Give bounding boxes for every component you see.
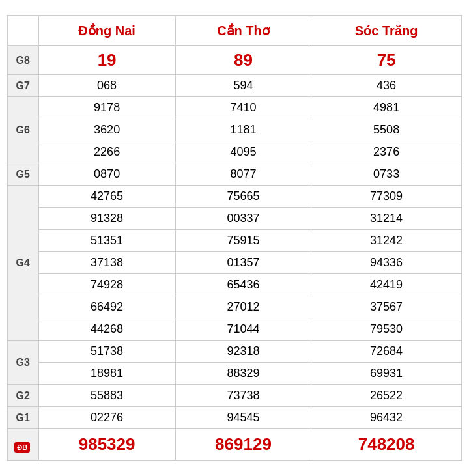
table-row: G6917874104981 <box>7 97 462 119</box>
row-label: G7 <box>7 75 38 97</box>
row-label: G5 <box>7 163 38 186</box>
cell-value: 01357 <box>175 252 311 274</box>
cell-value: 2266 <box>38 141 175 163</box>
row-label: G2 <box>7 385 38 407</box>
cell-value: 89 <box>175 46 311 75</box>
row-label: G1 <box>7 407 38 429</box>
table-row: 913280033731214 <box>7 208 462 230</box>
table-row: G7068594436 <box>7 75 462 97</box>
cell-value: 75665 <box>175 186 311 208</box>
cell-value: 75 <box>311 46 462 75</box>
cell-value: 51738 <box>38 341 175 363</box>
cell-value: 96432 <box>311 407 462 429</box>
row-label: G4 <box>7 186 38 341</box>
footer-value: 985329 <box>38 429 175 461</box>
cell-value: 0733 <box>311 163 462 186</box>
table-row: G1022769454596432 <box>7 407 462 429</box>
cell-value: 79530 <box>311 318 462 341</box>
cell-value: 88329 <box>175 363 311 385</box>
header-soc-trang: Sóc Trăng <box>311 16 462 46</box>
cell-value: 94336 <box>311 252 462 274</box>
cell-value: 26522 <box>311 385 462 407</box>
lottery-results-table: Đồng Nai Cần Thơ Sóc Trăng G8198975G7068… <box>7 15 462 461</box>
cell-value: 068 <box>38 75 175 97</box>
cell-value: 71044 <box>175 318 311 341</box>
header-can-tho: Cần Thơ <box>175 16 311 46</box>
cell-value: 1181 <box>175 119 311 141</box>
cell-value: 37567 <box>311 296 462 318</box>
cell-value: 42419 <box>311 274 462 296</box>
table-row: 226640952376 <box>7 141 462 163</box>
cell-value: 44268 <box>38 318 175 341</box>
header-row: Đồng Nai Cần Thơ Sóc Trăng <box>7 16 462 46</box>
table-row: 442687104479530 <box>7 318 462 341</box>
cell-value: 31242 <box>311 230 462 252</box>
cell-value: 31214 <box>311 208 462 230</box>
cell-value: 5508 <box>311 119 462 141</box>
table-row: 189818832969931 <box>7 363 462 385</box>
cell-value: 91328 <box>38 208 175 230</box>
cell-value: 37138 <box>38 252 175 274</box>
cell-value: 8077 <box>175 163 311 186</box>
row-label: G6 <box>7 97 38 163</box>
footer-value: 869129 <box>175 429 311 461</box>
cell-value: 92318 <box>175 341 311 363</box>
cell-value: 42765 <box>38 186 175 208</box>
cell-value: 7410 <box>175 97 311 119</box>
cell-value: 02276 <box>38 407 175 429</box>
cell-value: 0870 <box>38 163 175 186</box>
cell-value: 73738 <box>175 385 311 407</box>
cell-value: 2376 <box>311 141 462 163</box>
cell-value: 72684 <box>311 341 462 363</box>
table-row: G2558837373826522 <box>7 385 462 407</box>
cell-value: 27012 <box>175 296 311 318</box>
table-row: 513517591531242 <box>7 230 462 252</box>
cell-value: 55883 <box>38 385 175 407</box>
table-body: G8198975G7068594436G69178741049813620118… <box>7 46 462 460</box>
cell-value: 594 <box>175 75 311 97</box>
footer-value: 748208 <box>311 429 462 461</box>
cell-value: 4981 <box>311 97 462 119</box>
cell-value: 66492 <box>38 296 175 318</box>
cell-value: 00337 <box>175 208 311 230</box>
footer-row: ĐB985329869129748208 <box>7 429 462 461</box>
cell-value: 436 <box>311 75 462 97</box>
table-row: 749286543642419 <box>7 274 462 296</box>
cell-value: 9178 <box>38 97 175 119</box>
cell-value: 77309 <box>311 186 462 208</box>
cell-value: 4095 <box>175 141 311 163</box>
header-empty <box>7 16 38 46</box>
cell-value: 75915 <box>175 230 311 252</box>
cell-value: 51351 <box>38 230 175 252</box>
cell-value: 19 <box>38 46 175 75</box>
footer-label: ĐB <box>7 429 38 461</box>
cell-value: 65436 <box>175 274 311 296</box>
db-badge: ĐB <box>14 442 30 453</box>
cell-value: 3620 <box>38 119 175 141</box>
header-dong-nai: Đồng Nai <box>38 16 175 46</box>
table-row: 664922701237567 <box>7 296 462 318</box>
cell-value: 74928 <box>38 274 175 296</box>
table-row: 362011815508 <box>7 119 462 141</box>
table-row: 371380135794336 <box>7 252 462 274</box>
cell-value: 94545 <box>175 407 311 429</box>
table-row: G4427657566577309 <box>7 186 462 208</box>
table-row: G5087080770733 <box>7 163 462 186</box>
cell-value: 69931 <box>311 363 462 385</box>
row-label: G8 <box>7 46 38 75</box>
row-label: G3 <box>7 341 38 385</box>
table-row: G8198975 <box>7 46 462 75</box>
cell-value: 18981 <box>38 363 175 385</box>
table-row: G3517389231872684 <box>7 341 462 363</box>
